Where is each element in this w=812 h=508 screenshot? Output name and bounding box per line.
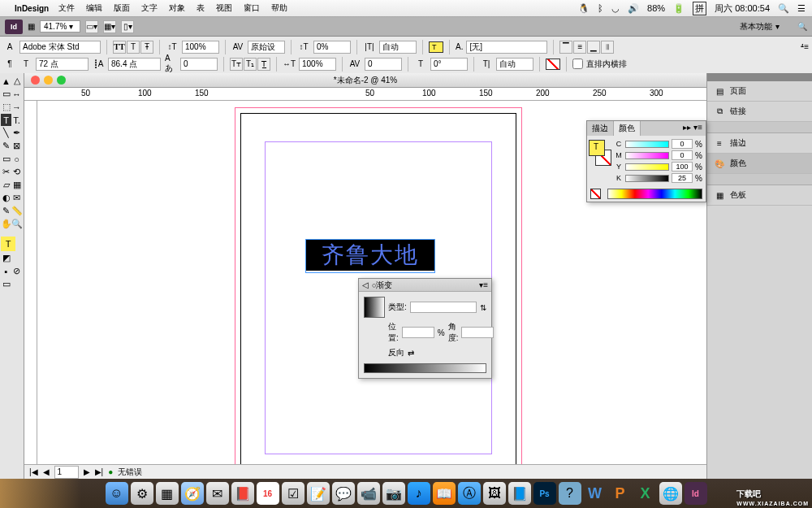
skew-field[interactable]: 0° xyxy=(430,58,468,71)
gradient-ramp[interactable] xyxy=(364,363,486,373)
vscale-field[interactable]: 100% xyxy=(299,58,336,71)
bridge-icon[interactable]: ▦ xyxy=(28,22,35,31)
gradient-panel-close[interactable]: ◁ xyxy=(362,280,369,289)
char-mode-icon[interactable]: A xyxy=(3,41,16,54)
panel-stroke[interactable]: ≡描边 xyxy=(707,133,812,154)
align-mid[interactable]: ≡ xyxy=(573,41,586,54)
hscale-field[interactable]: 100% xyxy=(182,41,219,54)
note-tool[interactable]: ✉ xyxy=(11,192,22,204)
menu-table[interactable]: 表 xyxy=(197,2,205,14)
content-tool[interactable]: ⬚ xyxy=(1,101,11,113)
dock-missioncontrol[interactable]: ▦ xyxy=(156,482,179,505)
none-swatch-icon[interactable] xyxy=(590,189,601,199)
font-family-field[interactable]: Adobe 宋体 Std xyxy=(19,41,101,54)
menu-layout[interactable]: 版面 xyxy=(114,2,130,14)
gradient-swatch-tool[interactable]: ▦ xyxy=(11,179,22,191)
preflight-status[interactable]: 无错误 xyxy=(118,467,142,478)
gradient-swatch[interactable] xyxy=(364,297,385,318)
gap-tool[interactable]: ↔ xyxy=(11,88,22,100)
dock-ibooks[interactable]: 📖 xyxy=(433,482,456,505)
menu-view[interactable]: 视图 xyxy=(216,2,232,14)
align-bot[interactable]: ▁ xyxy=(587,41,600,54)
panel-drag-handle[interactable] xyxy=(707,73,812,81)
font-size-field[interactable]: 72 点 xyxy=(36,58,89,71)
transform-tool[interactable]: ⟲ xyxy=(11,166,22,178)
menu-type[interactable]: 文字 xyxy=(141,2,158,14)
align-top[interactable]: ▔ xyxy=(559,41,572,54)
fill-swatch[interactable]: T xyxy=(1,237,15,251)
cyan-value[interactable]: 0 xyxy=(672,139,693,149)
selection-tool[interactable]: ▲ xyxy=(1,75,11,87)
gradient-pos-field[interactable] xyxy=(402,327,434,338)
dock-reminders[interactable]: ☑ xyxy=(282,482,304,505)
menu-help[interactable]: 帮助 xyxy=(271,2,287,14)
pencil-tool[interactable]: ✎ xyxy=(1,140,11,152)
black-slider[interactable] xyxy=(625,175,669,182)
flyout-icon[interactable]: ⁴≡ xyxy=(801,42,809,51)
yellow-slider[interactable] xyxy=(625,163,669,171)
pen-tool[interactable]: ✒ xyxy=(11,127,22,139)
apply-color[interactable]: ▪ xyxy=(1,265,11,277)
dropdown-icon[interactable]: ⇅ xyxy=(480,303,486,312)
yellow-value[interactable]: 100 xyxy=(672,162,693,172)
page-number[interactable]: 1 xyxy=(54,466,79,479)
panel-collapse-icon[interactable]: ▸▸ ▾≡ xyxy=(680,121,706,136)
gradient-type-field[interactable] xyxy=(410,302,477,313)
content-place-tool[interactable]: → xyxy=(11,101,22,113)
dock-mail[interactable]: ✉ xyxy=(206,482,229,505)
line-tool[interactable]: ╲ xyxy=(1,127,11,139)
workspace-switcher[interactable]: 基本功能 ▾ xyxy=(733,21,786,33)
ruler-vertical[interactable] xyxy=(24,101,37,464)
ruler-horizontal[interactable]: 50 100 150 50 100 150 200 250 300 xyxy=(24,88,706,101)
gradient-panel[interactable]: ◁○ 渐变▾≡ 类型: ⇅ 位置: % 角度: xyxy=(358,278,492,379)
fill-color[interactable]: T xyxy=(429,41,443,53)
panel-links[interactable]: ⧉链接 xyxy=(707,102,812,122)
tt-small[interactable]: T xyxy=(127,41,140,54)
search-icon[interactable]: 🔍 xyxy=(797,22,807,31)
aki-after-field[interactable]: 自动 xyxy=(496,58,533,71)
dock-notes[interactable]: 📝 xyxy=(307,482,330,505)
dock-indesign[interactable]: Id xyxy=(685,482,707,505)
dock-calendar[interactable]: 16 xyxy=(257,482,279,505)
dock-dictionary[interactable]: 📘 xyxy=(508,482,531,505)
page-nav-next[interactable]: ▶ xyxy=(84,467,90,476)
color-tab[interactable]: 颜色 xyxy=(614,121,641,136)
page-tool[interactable]: ▭ xyxy=(1,88,11,100)
clock[interactable]: 周六 08:00:54 xyxy=(715,2,770,15)
page-nav-prev[interactable]: ◀ xyxy=(43,467,50,476)
rect-frame-tool[interactable]: ⊠ xyxy=(11,140,22,152)
menu-file[interactable]: 文件 xyxy=(58,2,75,14)
magenta-value[interactable]: 0 xyxy=(672,150,693,160)
dock-chrome[interactable]: 🌐 xyxy=(659,482,682,505)
preflight-icon[interactable]: ● xyxy=(108,467,113,476)
tt-strike[interactable]: Ŧ xyxy=(140,41,153,54)
dock-itunes[interactable]: ♪ xyxy=(408,482,430,505)
type-tool[interactable]: T xyxy=(1,114,11,126)
battery-pct[interactable]: 88% xyxy=(647,3,665,13)
app-menu[interactable]: InDesign xyxy=(15,4,49,13)
spotlight-icon[interactable]: 🔍 xyxy=(778,3,789,14)
dock-photoshop[interactable]: Ps xyxy=(533,482,556,505)
zoom-tool[interactable]: 🔍 xyxy=(11,218,22,230)
direct-select-tool[interactable]: △ xyxy=(11,75,22,87)
dock-appstore[interactable]: Ⓐ xyxy=(458,482,481,505)
baseline-field[interactable]: 0% xyxy=(313,41,351,54)
rect-tool[interactable]: ▭ xyxy=(1,153,11,165)
free-transform-tool[interactable]: ▱ xyxy=(1,179,11,191)
menu-edit[interactable]: 编辑 xyxy=(86,2,102,14)
dock-finder[interactable]: ☺ xyxy=(106,482,128,505)
close-icon[interactable] xyxy=(31,76,40,85)
cyan-slider[interactable] xyxy=(625,141,669,148)
dock-launchpad[interactable]: ⚙ xyxy=(131,482,153,505)
page-nav-last[interactable]: ▶| xyxy=(95,467,104,476)
page-nav-first[interactable]: |◀ xyxy=(29,467,38,476)
ime-indicator[interactable]: 拼 xyxy=(693,2,706,15)
measure-tool[interactable]: 📏 xyxy=(11,205,22,217)
type-path-tool[interactable]: T. xyxy=(11,114,22,126)
dock-safari[interactable]: 🧭 xyxy=(181,482,204,505)
dock-wps-p[interactable]: P xyxy=(609,482,632,505)
screen-mode-icon[interactable]: ▦▾ xyxy=(103,20,116,33)
charstyle-field[interactable]: [无] xyxy=(466,41,547,54)
black-value[interactable]: 25 xyxy=(672,173,693,183)
kerning-field[interactable]: 原始设 xyxy=(248,41,285,54)
